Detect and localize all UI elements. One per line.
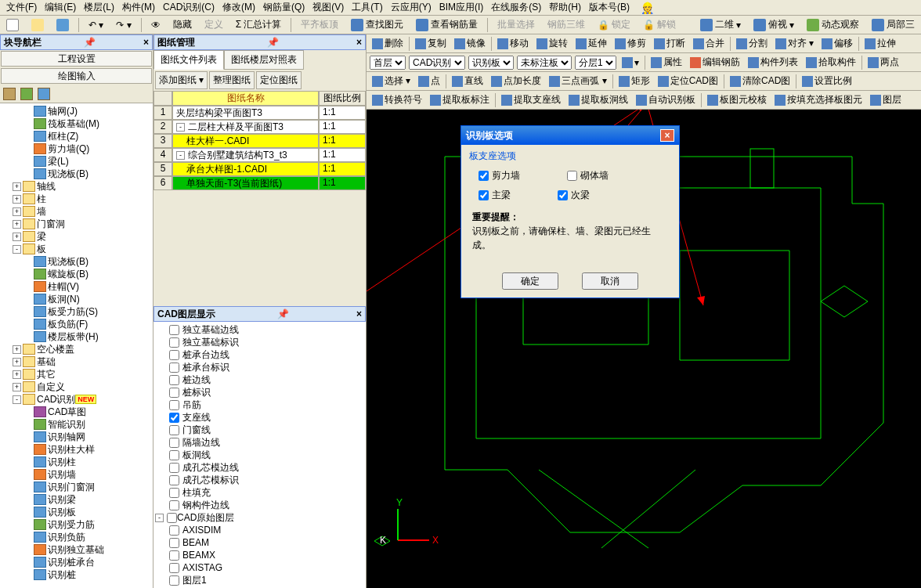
menu-view[interactable]: 视图(V) (309, 0, 347, 16)
menu-edit[interactable]: 编辑(E) (42, 0, 79, 16)
layer-item[interactable]: 门窗线 (155, 424, 364, 436)
menu-tools[interactable]: 工具(T) (349, 0, 385, 16)
menu-modify[interactable]: 修改(M) (219, 0, 258, 16)
batch-select-button[interactable]: 批量选择 (494, 16, 538, 33)
project-settings-button[interactable]: 工程设置 (1, 51, 152, 67)
draw-btn-0[interactable]: 选择 ▾ (370, 73, 413, 89)
menu-online[interactable]: 在线服务(S) (488, 0, 544, 16)
tree-item[interactable]: +自定义 (2, 381, 151, 393)
lock-button[interactable]: 🔒锁定 (594, 16, 634, 33)
draw-btn-8[interactable]: 设置比例 (800, 73, 854, 89)
layer-item[interactable]: 桩边线 (155, 373, 364, 386)
tree-item[interactable]: 现浇板(B) (2, 255, 151, 268)
tree-item[interactable]: 识别桩 (2, 568, 151, 581)
comp-list-button[interactable]: 构件列表 (746, 54, 800, 70)
tree-item[interactable]: 板负筋(F) (2, 318, 151, 330)
tree-item[interactable]: 柱帽(V) (2, 280, 151, 293)
drawing-row[interactable]: 3 柱大样一.CADI1:1 (154, 134, 366, 148)
dialog-titlebar[interactable]: 识别板选项 × (461, 126, 679, 145)
move-icon[interactable]: ▾ (619, 56, 641, 70)
tree-item[interactable]: 识别负筋 (2, 531, 151, 543)
unlock-button[interactable]: 🔓解锁 (640, 16, 679, 33)
tree-item[interactable]: -CAD识别NEW (2, 393, 151, 406)
cad-rec-select[interactable]: CAD识别 (409, 56, 465, 70)
layer-item[interactable]: 板洞线 (155, 449, 364, 461)
rec-btn-5[interactable]: 板图元校核 (705, 92, 769, 108)
edit-btn-4[interactable]: 旋转 (534, 35, 570, 52)
rec-plate-select[interactable]: 识别板 (468, 56, 514, 70)
cb-masonry-wall[interactable]: 砌体墙 (567, 169, 609, 182)
tree-item[interactable]: 梁(L) (2, 155, 151, 168)
rec-btn-2[interactable]: 提取支座线 (499, 92, 563, 108)
tree-item[interactable]: +柱 (2, 193, 151, 205)
tree-item[interactable]: 识别柱大样 (2, 443, 151, 456)
cb-main-beam[interactable]: 主梁 (479, 189, 511, 202)
cb-secondary-beam[interactable]: 次梁 (558, 189, 590, 202)
cancel-button[interactable]: 取消 (582, 272, 638, 290)
tree-icon-3[interactable] (38, 88, 50, 100)
find-elem-button[interactable]: 查找图元 (348, 16, 406, 33)
menu-bim[interactable]: BIM应用(I) (436, 0, 487, 16)
open-icon[interactable] (28, 17, 47, 33)
edit-btn-12[interactable]: 拉伸 (862, 35, 898, 52)
menu-file[interactable]: 文件(F) (3, 0, 40, 16)
tree-item[interactable]: 楼层板带(H) (2, 330, 151, 343)
layer-item[interactable]: 成孔芯模标识 (155, 474, 364, 486)
view-2d-button[interactable]: 二维 ▾ (697, 16, 744, 33)
tree-item[interactable]: 剪力墙(Q) (2, 142, 151, 155)
rebar-3d-button[interactable]: 钢筋三维 (544, 16, 588, 33)
add-drawing-button[interactable]: 添加图纸 ▾ (155, 71, 208, 89)
draw-btn-4[interactable]: 三点画弧 ▾ (547, 73, 609, 89)
layer-select[interactable]: 分层1 (575, 56, 616, 70)
tree-item[interactable]: 现浇板(B) (2, 168, 151, 180)
layer-item[interactable]: 桩标识 (155, 386, 364, 399)
menu-version[interactable]: 版本号(B) (586, 0, 633, 16)
close-icon[interactable]: × (143, 37, 149, 48)
tree-item[interactable]: 筏板基础(M) (2, 117, 151, 130)
tree-item[interactable]: +其它 (2, 368, 151, 381)
tree-item[interactable]: +门窗洞 (2, 218, 151, 230)
save-icon[interactable] (53, 17, 72, 33)
layer-item[interactable]: AXISDIM (155, 524, 364, 536)
menu-rebar[interactable]: 钢筋量(Q) (260, 0, 308, 16)
layer-item[interactable]: 成孔芯模边线 (155, 461, 364, 474)
draw-input-button[interactable]: 绘图输入 (1, 68, 152, 84)
tab-floor-compare[interactable]: 图纸楼层对照表 (224, 50, 304, 70)
tree-item[interactable]: +梁 (2, 230, 151, 243)
edit-btn-5[interactable]: 延伸 (573, 35, 609, 52)
hide-button[interactable]: 隐藏 (170, 16, 195, 33)
layer-item[interactable]: 独立基础标识 (155, 336, 364, 348)
view-rebar-button[interactable]: 查看钢筋量 (413, 16, 481, 33)
dialog-close-icon[interactable]: × (660, 129, 674, 142)
ok-button[interactable]: 确定 (502, 272, 558, 290)
draw-btn-5[interactable]: 矩形 (616, 73, 652, 89)
tree-item[interactable]: +空心楼盖 (2, 343, 151, 355)
edit-btn-8[interactable]: 合并 (691, 35, 727, 52)
draw-btn-2[interactable]: 直线 (450, 73, 486, 89)
drawing-row[interactable]: 4-综合别墅建筑结构T3_t31:1 (154, 148, 366, 162)
new-icon[interactable] (3, 17, 22, 33)
edit-btn-7[interactable]: 打断 (652, 35, 688, 52)
edit-btn-2[interactable]: 镜像 (452, 35, 488, 52)
align-plate-button[interactable]: 平齐板顶 (298, 16, 341, 33)
draw-btn-7[interactable]: 清除CAD图 (728, 73, 793, 89)
pick-comp-button[interactable]: 拾取构件 (804, 54, 858, 70)
tree-item[interactable]: 识别板 (2, 506, 151, 518)
layer-item[interactable]: 独立基础边线 (155, 323, 364, 336)
tab-file-list[interactable]: 图纸文件列表 (154, 50, 224, 70)
tree-icon-1[interactable] (3, 88, 16, 100)
pin-icon[interactable]: 📌 (277, 308, 289, 319)
partial-button[interactable]: 局部三 (869, 16, 918, 33)
tree-item[interactable]: CAD草图 (2, 406, 151, 418)
floor-select[interactable]: 首层 (370, 56, 406, 70)
tree-item[interactable]: +轴线 (2, 180, 151, 193)
draw-btn-6[interactable]: 定位CAD图 (656, 73, 721, 89)
close-icon[interactable]: × (356, 308, 362, 319)
rec-btn-1[interactable]: 提取板标注 (428, 92, 492, 108)
layer-group[interactable]: -CAD原始图层 (155, 511, 364, 524)
two-point-button[interactable]: 两点 (865, 54, 901, 70)
tree-item[interactable]: +基础 (2, 355, 151, 368)
unmarked-select[interactable]: 未标注板 (517, 56, 572, 70)
layer-item[interactable]: BEAM (155, 536, 364, 549)
pin-icon[interactable]: 📌 (84, 37, 96, 48)
